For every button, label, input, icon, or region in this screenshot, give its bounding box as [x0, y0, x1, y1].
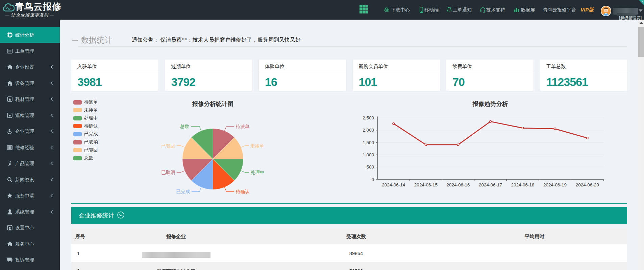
- svg-text:2024-06-15: 2024-06-15: [414, 182, 438, 187]
- svg-text:2024-06-20: 2024-06-20: [576, 182, 599, 187]
- svg-text:未接单: 未接单: [250, 143, 264, 149]
- svg-text:2024-06-16: 2024-06-16: [446, 182, 470, 187]
- svg-text:1,500: 1,500: [363, 140, 374, 145]
- svg-text:2024-06-17: 2024-06-17: [479, 182, 502, 187]
- svg-text:0: 0: [371, 177, 374, 182]
- svg-text:待确认: 待确认: [236, 189, 250, 194]
- svg-text:已取消: 已取消: [162, 170, 175, 175]
- svg-text:2,500: 2,500: [363, 115, 374, 120]
- svg-text:1,000: 1,000: [363, 152, 374, 157]
- svg-text:已完成: 已完成: [176, 189, 190, 194]
- svg-text:2024-06-18: 2024-06-18: [511, 182, 535, 187]
- svg-text:总数: 总数: [180, 124, 189, 129]
- svg-text:500: 500: [366, 164, 374, 170]
- svg-text:已驳回: 已驳回: [162, 143, 175, 149]
- svg-text:处理中: 处理中: [251, 170, 265, 175]
- svg-text:2,000: 2,000: [363, 128, 374, 133]
- svg-text:待派单: 待派单: [236, 124, 250, 129]
- svg-text:2024-06-14: 2024-06-14: [382, 182, 405, 187]
- svg-text:2024-06-19: 2024-06-19: [543, 182, 567, 187]
